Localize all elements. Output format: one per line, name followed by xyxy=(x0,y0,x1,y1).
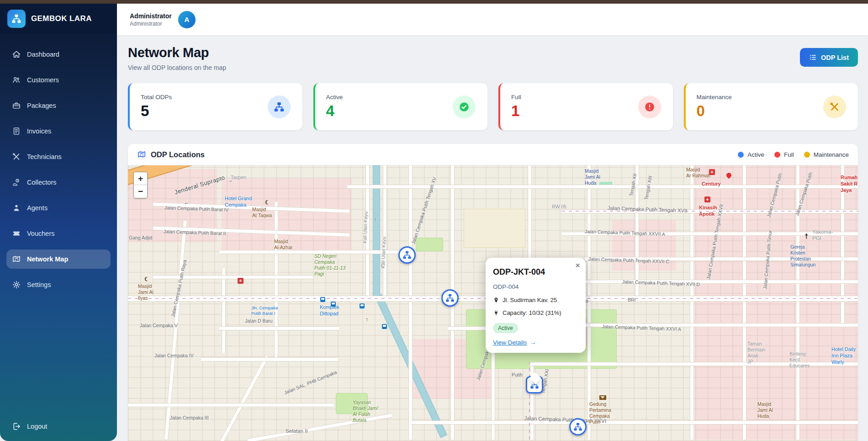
legend-dot-maintenance xyxy=(804,152,810,158)
page-title: Network Map xyxy=(128,45,226,60)
map-road xyxy=(690,165,694,440)
logout-icon xyxy=(12,422,21,431)
odp-map-marker[interactable] xyxy=(441,289,459,307)
sidebar-item-label: Dashboard xyxy=(27,51,59,58)
stat-label: Full xyxy=(511,94,521,101)
bus-icon xyxy=(360,303,365,308)
sidebar-item-vouchers[interactable]: Vouchers xyxy=(6,224,111,243)
map-road xyxy=(219,326,339,330)
zoom-out-button[interactable]: − xyxy=(134,185,147,198)
logout-label: Logout xyxy=(27,423,47,430)
map-legend: Active Full Maintenance xyxy=(738,151,849,158)
briefcase-icon xyxy=(12,101,21,110)
map-road xyxy=(274,202,278,360)
mosque-icon: ☾ xyxy=(144,276,149,282)
popup-title: ODP-JKT-004 xyxy=(493,267,578,277)
map-canvas[interactable]: Jenderal Suprapto→←TaspenHotel Grand Cem… xyxy=(128,165,858,441)
popup-address-row: Jl. Sudirman Kav. 25 xyxy=(493,297,578,303)
gear-icon xyxy=(12,280,21,289)
sidebar-item-customers[interactable]: Customers xyxy=(6,70,111,90)
ticket-icon xyxy=(12,229,21,238)
map-road xyxy=(347,185,858,189)
sitemap-icon xyxy=(268,96,291,118)
mosque-icon: ☾ xyxy=(265,199,270,206)
map-boundary-line xyxy=(529,362,530,440)
map-road xyxy=(408,165,413,440)
sidebar-item-network-map[interactable]: Network Map xyxy=(6,250,111,269)
popup-capacity-row: Capacity: 10/32 (31%) xyxy=(493,309,578,316)
title-row: Network Map View all ODP locations on th… xyxy=(128,45,858,71)
close-icon[interactable]: × xyxy=(575,261,580,270)
odp-list-button-label: ODP List xyxy=(821,54,849,61)
legend-active: Active xyxy=(738,151,764,158)
map-pin-icon xyxy=(493,297,499,303)
main-area: Administrator Administrator A Network Ma… xyxy=(117,4,868,441)
list-icon xyxy=(809,53,817,61)
map-field-zone xyxy=(464,209,525,248)
sidebar-item-label: Customers xyxy=(27,76,59,84)
brand: GEMBOK LARA xyxy=(0,4,117,34)
zoom-in-button[interactable]: + xyxy=(134,172,147,185)
sidebar-item-agents[interactable]: Agents xyxy=(6,198,111,218)
stat-card-maintenance: Maintenance 0 xyxy=(684,83,858,130)
cross-icon: + xyxy=(238,278,243,284)
map-park xyxy=(336,393,368,414)
status-badge: Active xyxy=(493,323,518,333)
popup-code: ODP-004 xyxy=(493,283,578,290)
map-road xyxy=(585,280,858,284)
user-name: Administrator xyxy=(130,12,172,20)
wrench-screwdriver-icon xyxy=(12,152,21,161)
window-frame-bar xyxy=(0,0,868,4)
bus-icon xyxy=(331,302,336,307)
map-road xyxy=(219,250,416,254)
popup-capacity: Capacity: 10/32 (31%) xyxy=(503,309,561,316)
stat-value: 4 xyxy=(326,102,343,120)
map-road xyxy=(128,403,333,407)
sidebar-item-dashboard[interactable]: Dashboard xyxy=(6,45,111,64)
map-road xyxy=(585,323,858,327)
odp-map-marker[interactable] xyxy=(398,246,416,264)
stat-value: 0 xyxy=(697,102,732,120)
map-road xyxy=(153,275,313,279)
stat-card-full: Full 1 xyxy=(498,83,673,130)
map-road xyxy=(742,165,746,440)
users-icon xyxy=(12,75,21,85)
sidebar-nav: Dashboard Customers Packages Invoices Te… xyxy=(0,34,117,412)
map-road xyxy=(562,232,858,236)
bus-icon xyxy=(382,324,387,329)
sidebar-item-label: Vouchers xyxy=(27,230,54,237)
sidebar-item-invoices[interactable]: Invoices xyxy=(6,122,111,141)
user-meta: Administrator Administrator xyxy=(130,12,172,27)
user-role: Administrator xyxy=(130,21,172,27)
map-location-icon xyxy=(12,255,21,264)
odp-map-marker[interactable] xyxy=(569,418,587,436)
sitemap-icon xyxy=(573,422,583,432)
sidebar-item-technicians[interactable]: Technicians xyxy=(6,147,111,166)
sidebar-item-collectors[interactable]: $ Collectors xyxy=(6,173,111,192)
odp-list-button[interactable]: ODP List xyxy=(800,48,858,67)
cross-icon: + xyxy=(704,197,710,202)
map-road xyxy=(796,165,800,440)
legend-dot-active xyxy=(738,152,744,158)
stat-card-active: Active 4 xyxy=(313,83,488,130)
map-location-icon xyxy=(137,150,146,159)
view-details-link[interactable]: View Details → xyxy=(493,339,578,346)
map-zoom-control: + − xyxy=(133,172,148,198)
brand-name: GEMBOK LARA xyxy=(31,14,92,23)
sidebar-item-settings[interactable]: Settings xyxy=(6,275,111,294)
brand-logo xyxy=(7,10,26,28)
sidebar-item-label: Invoices xyxy=(27,128,51,135)
hand-dollar-icon: $ xyxy=(12,178,21,187)
arrow-right-icon: → xyxy=(530,339,536,346)
map-park xyxy=(416,238,443,251)
stat-label: Maintenance xyxy=(697,94,732,101)
avatar[interactable]: A xyxy=(178,11,196,28)
sidebar-item-packages[interactable]: Packages xyxy=(6,96,111,115)
house-icon xyxy=(12,50,21,59)
logout-button[interactable]: Logout xyxy=(0,412,117,441)
app-root: GEMBOK LARA Dashboard Customers Packages… xyxy=(0,4,868,441)
stat-card-total-odps: Total ODPs 5 xyxy=(128,83,302,130)
sidebar: GEMBOK LARA Dashboard Customers Packages… xyxy=(0,4,117,441)
sidebar-item-label: Settings xyxy=(27,281,51,288)
sidebar-item-label: Network Map xyxy=(27,255,68,263)
